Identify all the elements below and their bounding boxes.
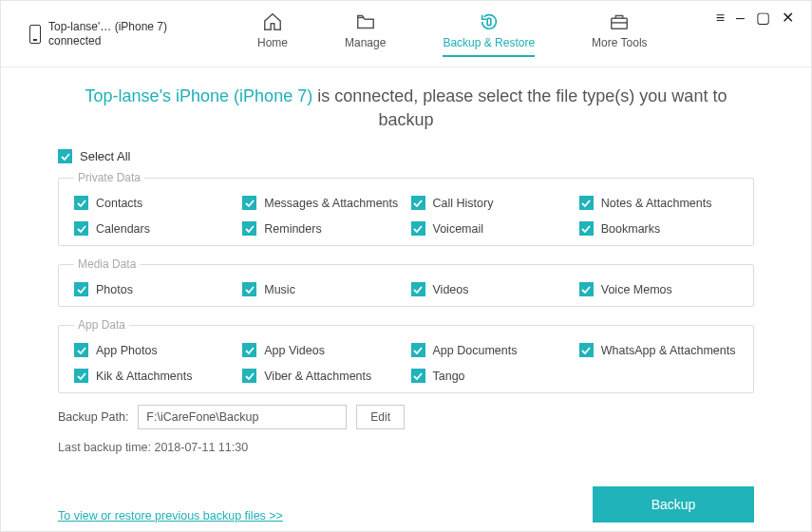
app-item: WhatsApp & Attachments <box>579 343 738 357</box>
titlebar: Top-lanse'… (iPhone 7) connected Home Ma… <box>1 1 811 67</box>
app-label: Kik & Attachments <box>96 370 192 383</box>
section-private-data: Private Data ContactsMessages & Attachme… <box>58 171 754 246</box>
private-item: Reminders <box>242 221 401 236</box>
folder-icon <box>354 11 377 32</box>
media-item: Videos <box>411 282 570 296</box>
private-item: Call History <box>411 196 570 210</box>
minimize-button[interactable]: – <box>736 10 745 26</box>
tab-more-tools[interactable]: More Tools <box>592 11 647 57</box>
private-label: Voicemail <box>433 222 484 236</box>
headline-rest: is connected, please select the file typ… <box>312 86 727 129</box>
app-checkbox[interactable] <box>74 343 88 357</box>
check-icon <box>77 346 86 355</box>
private-checkbox[interactable] <box>74 221 88 236</box>
private-label: Call History <box>433 197 494 210</box>
headline: Top-lanse's iPhone (iPhone 7) is connect… <box>58 85 754 132</box>
private-item: Notes & Attachments <box>579 196 738 210</box>
check-icon <box>413 371 423 381</box>
tab-backup-label: Backup & Restore <box>443 36 535 49</box>
check-icon <box>77 371 86 381</box>
check-icon <box>77 285 86 294</box>
app-checkbox[interactable] <box>411 343 425 357</box>
tab-backup-restore[interactable]: Backup & Restore <box>443 11 535 57</box>
private-item: Bookmarks <box>579 221 738 236</box>
backup-path-label: Backup Path: <box>58 410 128 424</box>
check-icon <box>413 285 423 294</box>
check-icon <box>245 346 255 355</box>
private-checkbox[interactable] <box>242 196 256 210</box>
app-label: App Photos <box>96 344 158 357</box>
private-label: Contacts <box>96 197 142 210</box>
menu-icon[interactable]: ≡ <box>716 10 725 26</box>
media-checkbox[interactable] <box>242 282 256 296</box>
media-checkbox[interactable] <box>579 282 594 296</box>
private-checkbox[interactable] <box>411 221 425 236</box>
last-backup-time: Last backup time: 2018-07-11 11:30 <box>58 441 754 454</box>
app-checkbox[interactable] <box>242 369 256 383</box>
backup-button[interactable]: Backup <box>593 486 754 522</box>
private-checkbox[interactable] <box>579 221 594 236</box>
select-all-label: Select All <box>80 149 130 163</box>
tab-more-label: More Tools <box>592 36 647 49</box>
media-item: Voice Memos <box>579 282 738 296</box>
check-icon <box>413 224 423 234</box>
device-text: Top-lanse'… (iPhone 7) connected <box>48 20 167 48</box>
headline-device: Top-lanse's iPhone (iPhone 7) <box>85 86 313 105</box>
maximize-button[interactable]: ▢ <box>756 10 770 26</box>
edit-path-button[interactable]: Edit <box>356 405 405 429</box>
nav-tabs: Home Manage Backup & Restore More Tools <box>257 11 648 57</box>
select-all-checkbox[interactable] <box>58 149 72 163</box>
main-content: Top-lanse's iPhone (iPhone 7) is connect… <box>1 67 811 531</box>
grid-media: PhotosMusicVideosVoice Memos <box>74 282 738 296</box>
toolbox-icon <box>608 11 631 32</box>
check-icon <box>581 346 591 355</box>
private-label: Bookmarks <box>601 222 661 236</box>
select-all-row: Select All <box>58 149 754 163</box>
app-item: App Photos <box>74 343 233 357</box>
app-checkbox[interactable] <box>242 343 256 357</box>
media-checkbox[interactable] <box>411 282 425 296</box>
tab-manage[interactable]: Manage <box>345 11 386 57</box>
media-checkbox[interactable] <box>74 282 88 296</box>
grid-private: ContactsMessages & AttachmentsCall Histo… <box>74 196 738 236</box>
check-icon <box>77 224 86 234</box>
section-app-legend: App Data <box>74 318 129 332</box>
app-checkbox[interactable] <box>74 369 88 383</box>
device-status: connected <box>48 34 167 48</box>
home-icon <box>261 11 284 32</box>
check-icon <box>61 152 70 162</box>
tab-manage-label: Manage <box>345 36 386 49</box>
check-icon <box>245 285 255 294</box>
app-checkbox[interactable] <box>411 369 425 383</box>
restore-icon <box>478 11 500 32</box>
app-item: Viber & Attachments <box>242 369 401 383</box>
device-indicator: Top-lanse'… (iPhone 7) connected <box>29 20 200 48</box>
private-checkbox[interactable] <box>579 196 594 210</box>
app-item: Kik & Attachments <box>74 369 233 383</box>
media-item: Photos <box>74 282 233 296</box>
section-media-legend: Media Data <box>74 257 140 271</box>
private-label: Calendars <box>96 222 150 236</box>
media-label: Voice Memos <box>601 283 672 296</box>
close-button[interactable]: ✕ <box>782 10 794 26</box>
section-media-data: Media Data PhotosMusicVideosVoice Memos <box>58 257 754 307</box>
private-checkbox[interactable] <box>74 196 88 210</box>
app-label: App Documents <box>433 344 518 357</box>
tab-home[interactable]: Home <box>257 11 288 57</box>
private-checkbox[interactable] <box>411 196 425 210</box>
check-icon <box>581 285 591 294</box>
private-item: Contacts <box>74 196 233 210</box>
private-checkbox[interactable] <box>242 221 256 236</box>
app-label: WhatsApp & Attachments <box>601 344 736 357</box>
check-icon <box>245 224 255 234</box>
backup-path-input[interactable] <box>138 405 347 429</box>
check-icon <box>245 371 255 381</box>
app-checkbox[interactable] <box>579 343 594 357</box>
app-item: Tango <box>411 369 570 383</box>
media-label: Music <box>264 283 295 296</box>
view-previous-link[interactable]: To view or restore previous backup files… <box>58 509 283 522</box>
private-label: Messages & Attachments <box>264 197 398 210</box>
section-app-data: App Data App PhotosApp VideosApp Documen… <box>58 318 754 393</box>
app-window: Top-lanse'… (iPhone 7) connected Home Ma… <box>0 0 812 532</box>
private-item: Calendars <box>74 221 233 236</box>
